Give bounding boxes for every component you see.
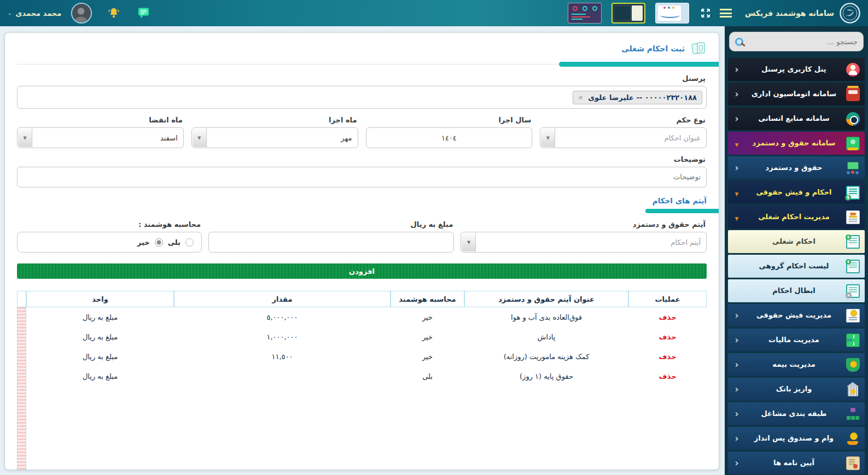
sidebar-item[interactable]: سامانه حقوق و دستمزد [728,132,865,155]
sidebar-item-icon [846,456,860,470]
fullscreen-expand-icon[interactable] [700,8,711,19]
delete-button[interactable]: حذف [659,333,677,341]
amount-label: مبلغ به ریال [209,220,453,228]
sidebar-item[interactable]: احکام و فیش حقوقی [728,181,865,204]
chevron-icon [733,212,741,222]
sidebar-item[interactable]: حقوق و دستمزد [728,156,865,179]
sidebar-item-icon [846,309,860,322]
column-header-actions: عملیات [628,291,707,307]
sidebar-item-label: مدیریت فیش حقوقی [745,311,842,320]
sidebar-item[interactable]: ابطال احکام [728,279,865,302]
user-menu[interactable]: محمد محمدی ⌄ [8,9,61,17]
sidebar-item-icon [846,186,860,200]
chevron-icon [733,113,741,124]
table-row: حذف کمک هزینه ماموریت (روزانه) خیر ١١,٥٠… [17,347,707,366]
exec-month-select[interactable]: مهر [191,127,358,148]
description-textarea[interactable] [17,167,707,187]
column-header-title: عنوان آیتم حقوق و دستمزد [464,291,628,307]
dropdown-arrow-icon[interactable] [462,233,476,251]
sidebar-item[interactable]: مدیریت فیش حقوقی [728,304,865,327]
table-scrollbar-strip[interactable] [17,307,26,470]
sidebar-item[interactable]: مدیریت احکام شغلی [728,206,865,228]
sidebar-item[interactable]: واریز بانک [728,378,865,401]
sidebar-item-label: احکام و فیش حقوقی [745,188,842,197]
salary-item-select[interactable]: آیتم احکام [461,232,707,253]
cell-unit: مبلغ به ریال [26,366,174,386]
search-input[interactable] [748,38,858,46]
cell-item-title: کمک هزینه ماموریت (روزانه) [464,347,628,366]
dashboard-theme-thumbnail-dark[interactable] [568,3,602,24]
dropdown-arrow-icon[interactable] [18,128,32,147]
personnel-select[interactable]: ٠٠٠٠٠٢٣٢٠١٨٨ -- علیرضا علوی × [17,86,707,109]
page-title-icon [690,40,707,57]
dropdown-arrow-icon[interactable] [541,128,555,147]
dropdown-arrow-icon[interactable] [193,128,207,147]
sidebar-item[interactable]: پنل کاربری پرسنل [728,58,865,81]
radio-no[interactable] [155,238,163,247]
sidebar-item[interactable]: سامانه منابع انسانی [728,107,865,130]
sidebar-item-icon [846,284,860,298]
sidebar-item-icon [846,63,860,77]
cell-smart-calc: خیر [391,327,464,347]
chevron-icon [733,408,741,419]
menu-hamburger-icon[interactable] [720,9,732,17]
delete-button[interactable]: حذف [659,313,677,321]
dashboard-theme-thumbnail-selected[interactable] [611,3,645,24]
sidebar-item[interactable]: سامانه اتوماسیون اداری [728,83,865,105]
cell-smart-calc: خیر [391,347,464,366]
exec-year-input[interactable] [366,127,533,148]
column-header-unit: واحد [26,291,174,307]
cell-amount: ١,٠٠٠,٠٠٠ [174,327,391,347]
add-button[interactable]: افزودن [17,263,707,279]
exec-year-label: سال اجرا [367,116,532,124]
top-header-bar: سامانه هوشمند فریکس محمد محمدی ⌄ [0,0,868,26]
expiry-month-value: اسفند [160,134,178,142]
cell-unit: مبلغ به ریال [26,307,174,327]
sidebar-item-label: مدیریت احکام شغلی [745,213,842,221]
decree-type-label: نوع حکم [541,116,706,124]
sidebar-item[interactable]: آیین نامه ها [728,451,865,474]
sidebar-item-icon [846,235,860,249]
column-header-empty [17,291,26,307]
cell-smart-calc: بلی [391,366,464,386]
sidebar-item[interactable]: لیست احکام گروهی [728,255,865,278]
amount-input[interactable] [208,232,455,253]
expiry-month-select[interactable]: اسفند [17,127,184,148]
sidebar-item[interactable]: مدیریت بیمه [728,353,865,376]
decree-type-select[interactable]: عنوان احکام [540,127,707,148]
sidebar-item-label: ابطال احکام [745,286,842,295]
smart-calc-label: محاسبه هوشمند : [18,220,201,228]
chevron-icon [733,458,741,468]
sidebar-item-icon [846,432,860,445]
cell-unit: مبلغ به ریال [26,327,174,347]
table-row: حذف فوق‌العاده بدی آب و هوا خیر ٥,٠٠٠,٠٠… [17,307,707,327]
table-body: حذف فوق‌العاده بدی آب و هوا خیر ٥,٠٠٠,٠٠… [17,307,707,470]
dashboard-theme-thumbnail-light[interactable] [655,3,689,24]
chat-messages-icon[interactable] [137,7,150,19]
sidebar-item-icon [846,407,860,421]
sidebar-item[interactable]: احکام شغلی [728,230,865,253]
page-header: ثبت احکام شغلی [17,40,707,57]
description-label: توضیحات [18,155,706,163]
delete-button[interactable]: حذف [659,353,677,361]
sidebar-item[interactable]: وام و صندوق پس انداز [728,427,865,450]
radio-yes[interactable] [185,238,194,247]
salary-item-label: آیتم حقوق و دستمزد [462,220,706,228]
personnel-label: پرسنل [18,74,706,83]
app-logo-icon [840,3,860,24]
tag-remove-icon[interactable]: × [578,94,583,101]
main-content-card: ثبت احکام شغلی پرسنل ٠٠٠٠٠٢٣٢٠١٨٨ -- علی… [4,32,719,470]
table-header-row: عملیات عنوان آیتم حقوق و دستمزد محاسبه ه… [17,291,707,307]
sidebar-menu: پنل کاربری پرسنل سامانه اتوماسیون اداری … [728,58,865,474]
notification-bell-icon[interactable] [107,7,120,19]
items-section-header: آیتم های احکام [17,196,707,213]
user-avatar[interactable] [71,3,92,24]
sidebar-item-label: سامانه منابع انسانی [745,114,842,123]
delete-button[interactable]: حذف [659,372,677,380]
sidebar-item-icon [846,333,860,347]
chevron-icon [733,310,741,321]
smart-calc-radio-group: بلی خیر [17,232,202,253]
sidebar-item[interactable]: مدیریت مالیات [728,329,865,351]
sidebar-item[interactable]: طبقه بندی مشاغل [728,402,865,425]
personnel-tag-text: ٠٠٠٠٠٢٣٢٠١٨٨ -- علیرضا علوی [588,93,697,102]
